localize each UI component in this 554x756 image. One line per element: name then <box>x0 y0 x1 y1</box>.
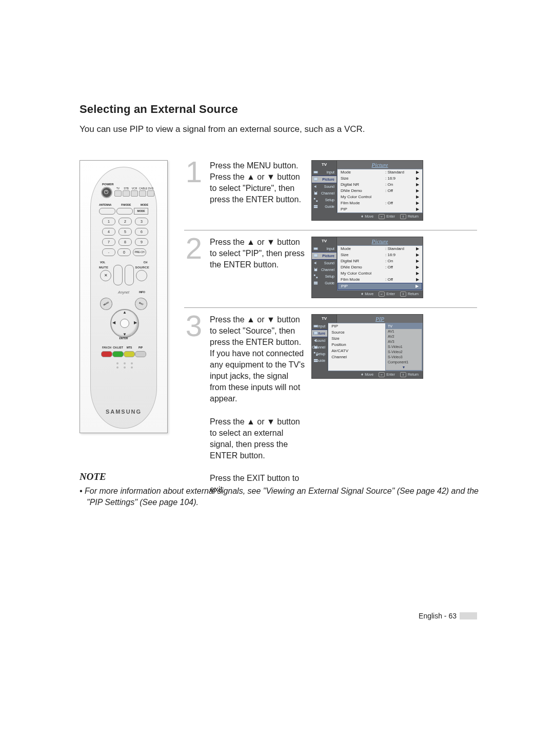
osd-source-option: S-Video3 <box>386 355 422 360</box>
color-label: PIP <box>135 346 146 349</box>
color-label: MTS <box>124 346 135 349</box>
osd-row: Mode: Standard▶ <box>338 246 422 252</box>
mute-label: MUTE <box>99 266 108 269</box>
osd-source-option: AV3 <box>386 339 422 344</box>
svg-line-6 <box>314 191 315 192</box>
top-label: VCR <box>131 187 138 190</box>
pmode-label: P.MODE <box>121 203 131 206</box>
osd-source-dropdown: TVAV1AV2AV3S-Video1S-Video2S-Video3Compo… <box>385 323 422 371</box>
page-title: Selecting an External Source <box>80 103 477 116</box>
svg-rect-12 <box>314 247 318 249</box>
power-button <box>101 187 112 198</box>
osd-source-option: Component1 <box>386 360 422 365</box>
osd-footer: ♦ Move↵ EnterII Return <box>312 213 423 220</box>
ch-rocker <box>125 265 134 285</box>
setup-icon <box>313 198 318 202</box>
guide-icon <box>313 204 318 209</box>
osd-source-option: S-Video2 <box>386 350 422 355</box>
steps-column: 1 Press the MENU button.Press the ▲ or ▼… <box>184 160 477 511</box>
svg-rect-23 <box>314 332 318 334</box>
osd-row: PIP▶ <box>338 283 422 290</box>
svg-rect-8 <box>314 198 315 200</box>
mode-button: MODE <box>134 208 148 215</box>
osd-row: Size <box>328 336 385 342</box>
osd-row: Mode: Standard▶ <box>338 169 422 176</box>
guide-icon <box>313 281 318 285</box>
svg-rect-13 <box>314 254 318 257</box>
svg-rect-15 <box>314 268 317 271</box>
osd-side-item: Picture <box>312 176 337 183</box>
osd-source-option: S-Video1 <box>386 344 422 350</box>
osd-source-option: AV1 <box>386 329 422 334</box>
enter-label: ENTER <box>91 337 156 340</box>
setup-icon <box>313 352 318 356</box>
osd-row: Size: 16:9▶ <box>338 176 422 182</box>
dash-button: - <box>102 248 115 256</box>
osd-source-option: TV <box>386 324 422 329</box>
svg-rect-2 <box>314 171 318 173</box>
osd-container: TVPIP InputPictureSoundChannelSetupGuide… <box>311 314 477 495</box>
source-button <box>136 270 147 281</box>
num-button: 6 <box>135 228 148 236</box>
sound-icon <box>313 338 318 343</box>
setup-icon <box>313 274 318 279</box>
device-button <box>114 190 122 197</box>
device-button <box>139 190 146 197</box>
pmode-button <box>116 208 133 215</box>
top-label: DVD <box>147 187 154 190</box>
input-icon <box>313 246 318 251</box>
num-button: 2 <box>118 218 132 225</box>
step-text: Press the ▲ or ▼ button to select "PIP",… <box>210 237 305 298</box>
footer-bar <box>460 612 477 619</box>
green-button <box>112 351 124 357</box>
osd-source-option: AV2 <box>386 334 422 339</box>
osd-row: DNIe Demo: Off▶ <box>338 264 422 270</box>
osd-sidebar: InputPictureSoundChannelSetupGuide <box>312 245 337 290</box>
osd-corner: TV <box>312 237 337 245</box>
scroll-down-icon: ▼ <box>386 365 422 370</box>
osd-side-item: Setup <box>312 273 337 280</box>
intro-text: You can use PIP to view a signal from an… <box>80 123 477 135</box>
osd-screen: TVPicture InputPictureSoundChannelSetupG… <box>311 160 423 221</box>
picture-icon <box>313 331 318 336</box>
svg-rect-19 <box>316 277 318 278</box>
num-button: 5 <box>118 228 132 236</box>
channel-icon <box>313 267 318 272</box>
ch-label: CH <box>144 261 147 264</box>
step: 1 Press the MENU button.Press the ▲ or ▼… <box>184 160 477 230</box>
top-label: TV <box>114 187 122 190</box>
top-label: STB <box>123 187 130 190</box>
channel-icon <box>313 191 318 196</box>
svg-line-16 <box>314 268 315 269</box>
step-number: 1 <box>184 160 204 221</box>
antenna-label: ANTENNA <box>99 203 111 206</box>
picture-icon <box>313 254 318 258</box>
osd-container: TVPicture InputPictureSoundChannelSetupG… <box>311 160 477 221</box>
svg-line-17 <box>316 268 317 269</box>
step: 2 Press the ▲ or ▼ button to select "PIP… <box>184 237 477 308</box>
grey-button <box>135 351 146 357</box>
page-footer: English - 63 <box>419 612 457 620</box>
antenna-button <box>99 208 115 215</box>
step-text: Press the ▲ or ▼ button to select "Sourc… <box>210 314 305 495</box>
remote-illustration: POWER TV STB VCR CABLE DVD <box>80 160 168 433</box>
osd-side-item: Sound <box>312 260 337 266</box>
mute-button: ✕ <box>100 270 111 281</box>
osd-side-item: Channel <box>312 266 337 273</box>
info-label: INFO <box>139 290 145 294</box>
osd-side-item: Sound <box>312 337 327 344</box>
svg-rect-3 <box>314 178 318 180</box>
picture-icon <box>313 177 318 182</box>
osd-side-item: Sound <box>312 183 337 190</box>
dpad: ▲ ▼ ◀ ▶ <box>110 309 139 338</box>
osd-side-item: Input <box>312 323 327 329</box>
osd-row: Digital NR: On▶ <box>338 182 422 188</box>
osd-row: PIP▶ <box>338 206 422 212</box>
osd-side-item: Picture <box>312 329 327 337</box>
yellow-button <box>124 351 135 357</box>
svg-rect-29 <box>316 354 318 356</box>
color-label: CH.LIST <box>112 346 124 349</box>
osd-side-item: Input <box>312 169 337 176</box>
svg-line-26 <box>314 345 315 346</box>
mode-label: MODE <box>141 203 148 206</box>
